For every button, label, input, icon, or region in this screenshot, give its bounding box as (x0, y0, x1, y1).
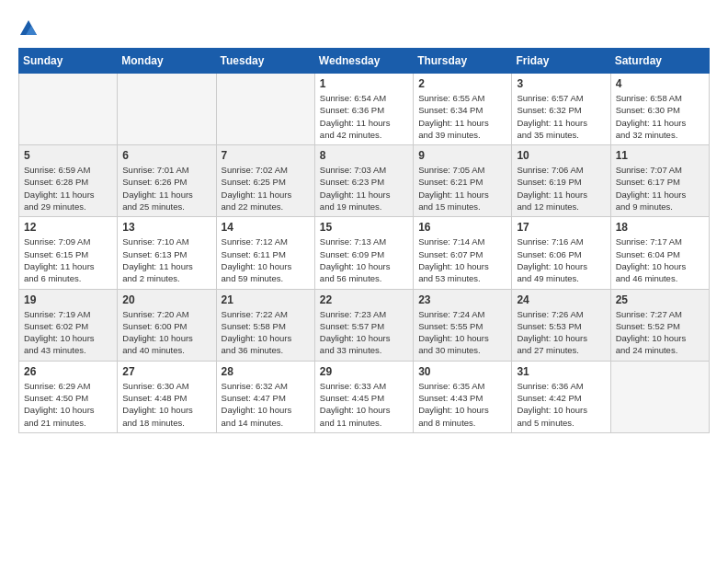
weekday-header-sunday: Sunday (19, 49, 118, 74)
calendar-cell-4-3: 21Sunrise: 7:22 AM Sunset: 5:58 PM Dayli… (216, 289, 314, 361)
calendar-cell-3-2: 13Sunrise: 7:10 AM Sunset: 6:13 PM Dayli… (118, 217, 216, 289)
day-number: 26 (24, 365, 112, 378)
calendar-cell-2-4: 8Sunrise: 7:03 AM Sunset: 6:23 PM Daylig… (314, 145, 413, 217)
calendar-cell-1-3 (216, 74, 314, 145)
calendar-cell-1-5: 2Sunrise: 6:55 AM Sunset: 6:34 PM Daylig… (414, 74, 512, 145)
calendar-cell-2-7: 11Sunrise: 7:07 AM Sunset: 6:17 PM Dayli… (610, 145, 709, 217)
day-number: 19 (24, 293, 112, 306)
weekday-header-monday: Monday (118, 49, 216, 74)
day-info: Sunrise: 7:14 AM Sunset: 6:07 PM Dayligh… (418, 236, 506, 284)
day-info: Sunrise: 6:57 AM Sunset: 6:32 PM Dayligh… (517, 92, 605, 141)
day-number: 10 (517, 149, 605, 162)
day-number: 24 (517, 293, 605, 306)
day-info: Sunrise: 7:27 AM Sunset: 5:52 PM Dayligh… (616, 308, 704, 357)
day-info: Sunrise: 6:30 AM Sunset: 4:48 PM Dayligh… (122, 380, 210, 429)
day-number: 3 (517, 77, 605, 90)
calendar-cell-3-3: 14Sunrise: 7:12 AM Sunset: 6:11 PM Dayli… (216, 217, 314, 289)
day-info: Sunrise: 7:22 AM Sunset: 5:58 PM Dayligh… (222, 308, 310, 357)
day-info: Sunrise: 6:36 AM Sunset: 4:42 PM Dayligh… (517, 380, 605, 429)
calendar-cell-2-6: 10Sunrise: 7:06 AM Sunset: 6:19 PM Dayli… (512, 145, 610, 217)
day-number: 29 (320, 365, 408, 378)
day-number: 20 (122, 293, 210, 306)
day-number: 14 (222, 221, 310, 234)
day-number: 11 (616, 149, 704, 162)
weekday-header-friday: Friday (512, 49, 610, 74)
calendar-cell-4-7: 25Sunrise: 7:27 AM Sunset: 5:52 PM Dayli… (610, 289, 709, 361)
day-info: Sunrise: 7:26 AM Sunset: 5:53 PM Dayligh… (517, 308, 605, 357)
day-number: 18 (616, 221, 704, 234)
day-number: 21 (222, 293, 310, 306)
day-number: 7 (222, 149, 310, 162)
calendar-cell-2-3: 7Sunrise: 7:02 AM Sunset: 6:25 PM Daylig… (216, 145, 314, 217)
day-info: Sunrise: 7:02 AM Sunset: 6:25 PM Dayligh… (222, 164, 310, 213)
calendar-cell-5-7 (610, 361, 709, 432)
day-info: Sunrise: 6:32 AM Sunset: 4:47 PM Dayligh… (222, 380, 310, 429)
day-info: Sunrise: 7:05 AM Sunset: 6:21 PM Dayligh… (418, 164, 506, 213)
day-info: Sunrise: 7:07 AM Sunset: 6:17 PM Dayligh… (616, 164, 704, 213)
day-number: 23 (418, 293, 506, 306)
day-info: Sunrise: 6:29 AM Sunset: 4:50 PM Dayligh… (24, 380, 112, 429)
calendar-cell-3-7: 18Sunrise: 7:17 AM Sunset: 6:04 PM Dayli… (610, 217, 709, 289)
week-row-3: 12Sunrise: 7:09 AM Sunset: 6:15 PM Dayli… (19, 217, 710, 289)
calendar-cell-3-6: 17Sunrise: 7:16 AM Sunset: 6:06 PM Dayli… (512, 217, 610, 289)
calendar-cell-4-1: 19Sunrise: 7:19 AM Sunset: 6:02 PM Dayli… (19, 289, 118, 361)
day-number: 13 (122, 221, 210, 234)
day-info: Sunrise: 6:58 AM Sunset: 6:30 PM Dayligh… (616, 92, 704, 141)
calendar-cell-2-5: 9Sunrise: 7:05 AM Sunset: 6:21 PM Daylig… (414, 145, 512, 217)
day-info: Sunrise: 7:01 AM Sunset: 6:26 PM Dayligh… (122, 164, 210, 213)
weekday-header-row: SundayMondayTuesdayWednesdayThursdayFrid… (19, 49, 710, 74)
calendar-cell-5-1: 26Sunrise: 6:29 AM Sunset: 4:50 PM Dayli… (19, 361, 118, 432)
week-row-5: 26Sunrise: 6:29 AM Sunset: 4:50 PM Dayli… (19, 361, 710, 432)
calendar-cell-3-5: 16Sunrise: 7:14 AM Sunset: 6:07 PM Dayli… (414, 217, 512, 289)
day-info: Sunrise: 6:55 AM Sunset: 6:34 PM Dayligh… (418, 92, 506, 141)
calendar-cell-5-4: 29Sunrise: 6:33 AM Sunset: 4:45 PM Dayli… (314, 361, 413, 432)
header (18, 18, 710, 39)
day-info: Sunrise: 7:20 AM Sunset: 6:00 PM Dayligh… (122, 308, 210, 357)
calendar-cell-1-6: 3Sunrise: 6:57 AM Sunset: 6:32 PM Daylig… (512, 74, 610, 145)
day-info: Sunrise: 7:24 AM Sunset: 5:55 PM Dayligh… (418, 308, 506, 357)
week-row-1: 1Sunrise: 6:54 AM Sunset: 6:36 PM Daylig… (19, 74, 710, 145)
calendar-cell-4-4: 22Sunrise: 7:23 AM Sunset: 5:57 PM Dayli… (314, 289, 413, 361)
day-number: 8 (320, 149, 408, 162)
day-info: Sunrise: 7:16 AM Sunset: 6:06 PM Dayligh… (517, 236, 605, 284)
calendar-cell-4-6: 24Sunrise: 7:26 AM Sunset: 5:53 PM Dayli… (512, 289, 610, 361)
day-number: 1 (320, 77, 408, 90)
day-info: Sunrise: 7:23 AM Sunset: 5:57 PM Dayligh… (320, 308, 408, 357)
weekday-header-tuesday: Tuesday (216, 49, 314, 74)
logo (18, 18, 42, 39)
calendar-cell-5-5: 30Sunrise: 6:35 AM Sunset: 4:43 PM Dayli… (414, 361, 512, 432)
page: SundayMondayTuesdayWednesdayThursdayFrid… (0, 0, 728, 442)
logo-icon (18, 18, 39, 39)
day-number: 22 (320, 293, 408, 306)
day-info: Sunrise: 7:03 AM Sunset: 6:23 PM Dayligh… (320, 164, 408, 213)
calendar-cell-4-5: 23Sunrise: 7:24 AM Sunset: 5:55 PM Dayli… (414, 289, 512, 361)
calendar-cell-2-2: 6Sunrise: 7:01 AM Sunset: 6:26 PM Daylig… (118, 145, 216, 217)
day-info: Sunrise: 6:35 AM Sunset: 4:43 PM Dayligh… (418, 380, 506, 429)
day-number: 9 (418, 149, 506, 162)
day-number: 15 (320, 221, 408, 234)
calendar-cell-1-7: 4Sunrise: 6:58 AM Sunset: 6:30 PM Daylig… (610, 74, 709, 145)
day-number: 28 (222, 365, 310, 378)
day-number: 25 (616, 293, 704, 306)
day-number: 4 (616, 77, 704, 90)
day-info: Sunrise: 7:17 AM Sunset: 6:04 PM Dayligh… (616, 236, 704, 284)
week-row-2: 5Sunrise: 6:59 AM Sunset: 6:28 PM Daylig… (19, 145, 710, 217)
weekday-header-wednesday: Wednesday (314, 49, 413, 74)
calendar-cell-5-3: 28Sunrise: 6:32 AM Sunset: 4:47 PM Dayli… (216, 361, 314, 432)
calendar-cell-1-1 (19, 74, 118, 145)
calendar-cell-4-2: 20Sunrise: 7:20 AM Sunset: 6:00 PM Dayli… (118, 289, 216, 361)
day-number: 12 (24, 221, 112, 234)
calendar-cell-1-4: 1Sunrise: 6:54 AM Sunset: 6:36 PM Daylig… (314, 74, 413, 145)
weekday-header-thursday: Thursday (414, 49, 512, 74)
day-info: Sunrise: 7:06 AM Sunset: 6:19 PM Dayligh… (517, 164, 605, 213)
calendar-cell-3-1: 12Sunrise: 7:09 AM Sunset: 6:15 PM Dayli… (19, 217, 118, 289)
day-number: 2 (418, 77, 506, 90)
day-info: Sunrise: 7:09 AM Sunset: 6:15 PM Dayligh… (24, 236, 112, 284)
day-number: 6 (122, 149, 210, 162)
day-info: Sunrise: 6:59 AM Sunset: 6:28 PM Dayligh… (24, 164, 112, 213)
calendar-cell-5-6: 31Sunrise: 6:36 AM Sunset: 4:42 PM Dayli… (512, 361, 610, 432)
calendar: SundayMondayTuesdayWednesdayThursdayFrid… (18, 48, 710, 433)
day-info: Sunrise: 7:19 AM Sunset: 6:02 PM Dayligh… (24, 308, 112, 357)
day-info: Sunrise: 6:54 AM Sunset: 6:36 PM Dayligh… (320, 92, 408, 141)
day-number: 30 (418, 365, 506, 378)
